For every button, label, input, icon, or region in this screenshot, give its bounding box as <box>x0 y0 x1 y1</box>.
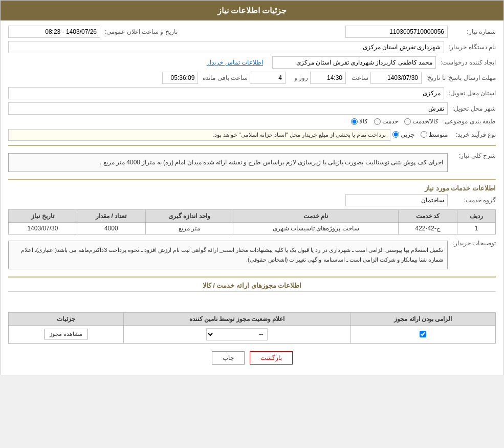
need-number-input[interactable] <box>345 26 448 38</box>
city-label: شهر محل تحویل: <box>450 105 496 112</box>
description-box: اجرای کف پوش بتنی نوستالیت بصورت بازیلی … <box>8 153 448 172</box>
province-input[interactable] <box>8 87 444 99</box>
cell-code: ج-42-422 <box>399 223 457 234</box>
buyer-notes-label: توصیحات خریدار: <box>450 238 496 247</box>
process-jozi-label: جزیی <box>401 131 414 138</box>
view-permit-button[interactable]: مشاهده مجوز <box>44 329 88 339</box>
cell-unit: متر مربع <box>145 223 233 234</box>
divider-3 <box>8 276 496 278</box>
process-label: نوع فرآیند خرید: <box>450 131 496 138</box>
back-button[interactable]: بازگشت <box>250 351 293 365</box>
process-jozi-radio[interactable] <box>392 131 399 138</box>
print-button[interactable]: چاپ <box>212 351 245 365</box>
process-note: پرداخت تمام یا بخشی از مبلغ خریدار محل "… <box>8 129 390 141</box>
table-row: 1 ج-42-422 ساخت پروژه‌های تاسیسات شهری م… <box>9 223 496 234</box>
province-label: استان محل تحویل: <box>446 90 496 97</box>
col-date: تاریخ نیاز <box>9 210 77 223</box>
col-qty: تعداد / مقدار <box>77 210 145 223</box>
category-label: طبقه بندی موضوعی: <box>441 118 496 125</box>
buyer-notes-box: تکمیل استعلام بها پیوستی الزامی است ـ شه… <box>8 241 448 269</box>
buyer-org-label: نام دستگاه خریدار: <box>446 44 496 51</box>
deadline-label: مهلت ارسال پاسخ: تا تاریخ: <box>424 74 496 81</box>
cell-qty: 4000 <box>77 223 145 234</box>
page-title: جزئیات اطلاعات نیاز <box>1 1 503 20</box>
divider-2 <box>8 179 496 180</box>
col-name: نام خدمت <box>233 210 398 223</box>
cell-row: 1 <box>457 223 496 234</box>
deadline-days-input[interactable] <box>250 72 286 84</box>
deadline-days-label: روز و <box>288 74 308 81</box>
permit-row: -- مشاهده مجوز <box>9 325 496 343</box>
group-input[interactable] <box>345 194 448 206</box>
process-motavasset-radio[interactable] <box>421 131 427 138</box>
permits-table: الزامی بودن ارائه مجوز اعلام وضعیت مجوز … <box>8 312 496 344</box>
category-kala-khedmat-label: کالا/خدمت <box>412 118 439 125</box>
category-khedmat-radio[interactable] <box>374 118 381 125</box>
divider-1 <box>8 145 496 146</box>
deadline-remaining-label: ساعت باقی مانده <box>200 74 248 81</box>
deadline-date-input[interactable] <box>370 72 422 84</box>
contact-link[interactable]: اطلاعات تماس خریدار <box>207 59 263 66</box>
deadline-time-input[interactable] <box>310 72 346 84</box>
creator-label: ایجاد کننده درخواست: <box>438 59 496 66</box>
category-kala-radio[interactable] <box>351 118 358 125</box>
permit-required-checkbox[interactable] <box>420 331 426 337</box>
category-radio-group: کالا خدمت کالا/خدمت <box>351 118 439 125</box>
category-khedmat-label: خدمت <box>382 118 398 125</box>
bottom-buttons: بازگشت چاپ <box>8 351 496 365</box>
date-label: تاریخ و ساعت اعلان عمومی: <box>102 28 178 35</box>
cell-name: ساخت پروژه‌های تاسیسات شهری <box>233 223 398 234</box>
group-label: گروه خدمت: <box>450 197 496 204</box>
creator-input[interactable] <box>272 56 436 69</box>
process-radio-group: جزیی متوسط <box>392 131 448 138</box>
description-label: شرح کلی نیاز: <box>450 150 496 159</box>
process-motavasset-label: متوسط <box>429 131 448 138</box>
deadline-time-label: ساعت <box>348 74 368 81</box>
city-input[interactable] <box>8 102 448 115</box>
permit-status-select[interactable]: -- <box>206 328 268 340</box>
col-code: کد خدمت <box>399 210 457 223</box>
permits-section-title: اطلاعات مجوزهای ارائه خدمت / کالا <box>8 282 496 292</box>
permit-col-required: الزامی بودن ارائه مجوز <box>350 312 495 325</box>
cell-date: 1403/07/30 <box>9 223 77 234</box>
services-section-title: اطلاعات خدمات مورد نیاز <box>8 184 496 192</box>
buyer-org-input[interactable] <box>8 41 444 53</box>
date-input[interactable] <box>8 26 100 38</box>
permit-col-status: اعلام وضعیت مجوز توسط نامین کننده <box>123 312 350 325</box>
need-number-label: شماره نیاز: <box>450 28 496 35</box>
spacer <box>8 294 496 309</box>
deadline-remaining-input[interactable] <box>162 72 198 84</box>
category-kala-label: کالا <box>359 118 368 125</box>
category-kala-khedmat-radio[interactable] <box>404 118 411 125</box>
col-unit: واحد اندازه گیری <box>145 210 233 223</box>
permit-col-details: جزئیات <box>9 312 124 325</box>
col-row: ردیف <box>457 210 496 223</box>
services-table: ردیف کد خدمت نام خدمت واحد اندازه گیری ت… <box>8 209 496 234</box>
